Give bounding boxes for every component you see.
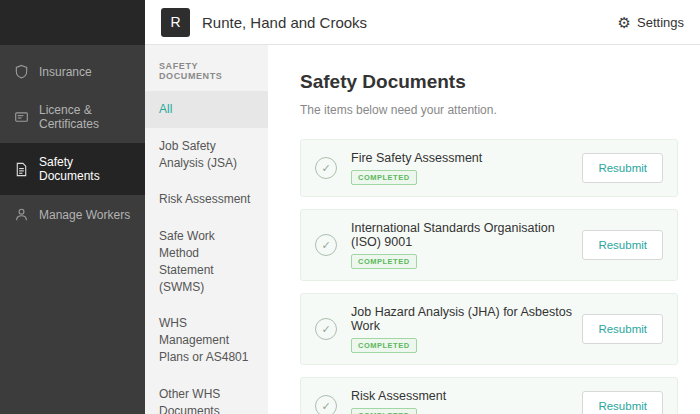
- document-row: ✓ Fire Safety Assessment COMPLETED Resub…: [300, 139, 678, 197]
- status-badge: COMPLETED: [351, 338, 417, 353]
- check-circle-icon: ✓: [315, 395, 337, 414]
- sidebar-nav: Insurance Licence & Certificates: [0, 45, 145, 234]
- shield-icon: [14, 64, 29, 79]
- document-title: Fire Safety Assessment: [351, 151, 482, 165]
- secondary-sidebar-title: SAFETY DOCUMENTS: [145, 45, 268, 91]
- document-info: Fire Safety Assessment COMPLETED: [351, 151, 482, 185]
- secondary-sidebar-item[interactable]: Safe Work Method Statement (SWMS): [145, 218, 268, 305]
- check-circle-icon: ✓: [315, 318, 337, 340]
- secondary-sidebar-item-label: Other WHS Documents: [159, 387, 220, 414]
- check-icon: ✓: [321, 239, 330, 252]
- check-circle-icon: ✓: [315, 234, 337, 256]
- document-title: Risk Assessment: [351, 389, 446, 403]
- secondary-sidebar-item[interactable]: Job Safety Analysis (JSA): [145, 128, 268, 182]
- secondary-sidebar-item[interactable]: All: [145, 91, 268, 128]
- company-avatar: R: [161, 8, 190, 37]
- sidebar-item-manage-workers[interactable]: Manage Workers: [0, 195, 145, 234]
- resubmit-button[interactable]: Resubmit: [582, 230, 663, 260]
- settings-button[interactable]: ⚙ Settings: [618, 15, 684, 30]
- document-icon: [14, 162, 29, 177]
- check-icon: ✓: [321, 400, 330, 413]
- secondary-sidebar-item-label: Risk Assessment: [159, 192, 250, 206]
- sidebar-item-safety-documents[interactable]: Safety Documents: [0, 143, 145, 195]
- secondary-sidebar-item-label: Job Safety Analysis (JSA): [159, 139, 237, 170]
- document-info: Job Hazard Analysis (JHA) for Asbestos W…: [351, 305, 582, 353]
- check-circle-icon: ✓: [315, 157, 337, 179]
- secondary-sidebar-item[interactable]: WHS Management Plans or AS4801: [145, 305, 268, 375]
- top-header: R Runte, Hand and Crooks ⚙ Settings: [145, 0, 700, 45]
- status-badge: COMPLETED: [351, 170, 417, 185]
- resubmit-button[interactable]: Resubmit: [582, 314, 663, 344]
- sidebar-item-label: Safety Documents: [39, 155, 131, 183]
- sidebar-corner: [0, 0, 145, 45]
- company-name: Runte, Hand and Crooks: [202, 14, 367, 31]
- document-info: International Standards Organisation (IS…: [351, 221, 582, 269]
- document-title: Job Hazard Analysis (JHA) for Asbestos W…: [351, 305, 582, 333]
- secondary-sidebar-item[interactable]: Risk Assessment: [145, 181, 268, 218]
- document-info: Risk Assessment COMPLETED: [351, 389, 446, 414]
- check-icon: ✓: [321, 162, 330, 175]
- document-row: ✓ International Standards Organisation (…: [300, 209, 678, 281]
- sidebar-item-label: Manage Workers: [39, 208, 130, 222]
- document-row: ✓ Risk Assessment COMPLETED Resubmit: [300, 377, 678, 414]
- check-icon: ✓: [321, 323, 330, 336]
- page-title: Safety Documents: [300, 71, 678, 93]
- sidebar-item-label: Insurance: [39, 65, 92, 79]
- secondary-sidebar-item[interactable]: Other WHS Documents: [145, 376, 268, 414]
- document-list: ✓ Fire Safety Assessment COMPLETED Resub…: [300, 139, 678, 414]
- main-panel: Safety Documents The items below need yo…: [268, 45, 700, 414]
- sidebar-item-insurance[interactable]: Insurance: [0, 52, 145, 91]
- certificate-icon: [14, 110, 29, 125]
- status-badge: COMPLETED: [351, 408, 417, 414]
- secondary-sidebar-item-label: All: [159, 102, 172, 116]
- secondary-sidebar: SAFETY DOCUMENTS All Job Safety Analysis…: [145, 45, 268, 414]
- gear-icon: ⚙: [618, 15, 631, 30]
- document-row: ✓ Job Hazard Analysis (JHA) for Asbestos…: [300, 293, 678, 365]
- sidebar-item-licence-certificates[interactable]: Licence & Certificates: [0, 91, 145, 143]
- settings-label: Settings: [637, 15, 684, 30]
- status-badge: COMPLETED: [351, 254, 417, 269]
- secondary-sidebar-item-label: Safe Work Method Statement (SWMS): [159, 229, 215, 293]
- page-subtitle: The items below need your attention.: [300, 103, 678, 117]
- secondary-sidebar-list: All Job Safety Analysis (JSA) Risk Asses…: [145, 91, 268, 414]
- sidebar: Insurance Licence & Certificates: [0, 0, 145, 414]
- right-column: R Runte, Hand and Crooks ⚙ Settings SAFE…: [145, 0, 700, 414]
- resubmit-button[interactable]: Resubmit: [582, 391, 663, 414]
- sidebar-item-label: Licence & Certificates: [39, 103, 131, 131]
- app-window: Insurance Licence & Certificates: [0, 0, 700, 414]
- document-title: International Standards Organisation (IS…: [351, 221, 582, 249]
- secondary-sidebar-item-label: WHS Management Plans or AS4801: [159, 316, 248, 364]
- resubmit-button[interactable]: Resubmit: [582, 153, 663, 183]
- worker-icon: [14, 207, 29, 222]
- content-area: SAFETY DOCUMENTS All Job Safety Analysis…: [145, 45, 700, 414]
